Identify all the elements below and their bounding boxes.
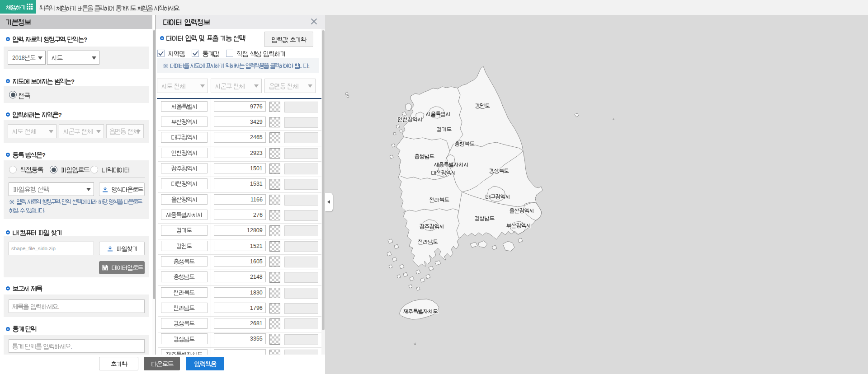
svg-text:1830: 1830 (250, 290, 263, 296)
svg-text:2465: 2465 (250, 134, 263, 140)
svg-text:1501: 1501 (250, 165, 263, 172)
svg-text:2923: 2923 (250, 150, 263, 156)
svg-text:276: 276 (253, 212, 263, 218)
svg-text:2148: 2148 (250, 274, 263, 280)
svg-text:2681: 2681 (250, 320, 263, 327)
svg-text:1796: 1796 (250, 305, 263, 311)
svg-text:1605: 1605 (250, 258, 263, 265)
svg-text:2018: 2018 (12, 55, 25, 61)
svg-text:?: ? (58, 112, 61, 118)
svg-text:?: ? (42, 152, 45, 159)
svg-text:1521: 1521 (250, 243, 263, 249)
svg-text:3429: 3429 (250, 119, 263, 125)
svg-text:shape_file_sido.zip: shape_file_sido.zip (11, 246, 56, 251)
svg-text:.: . (58, 303, 60, 310)
svg-text:?: ? (71, 78, 75, 85)
svg-text:9776: 9776 (250, 103, 263, 110)
svg-text:.: . (71, 343, 72, 350)
svg-text:.: . (179, 5, 180, 12)
svg-text:.: . (43, 207, 45, 214)
svg-text:12809: 12809 (247, 227, 263, 234)
svg-text:?: ? (84, 36, 87, 43)
svg-text:3355: 3355 (250, 336, 263, 342)
svg-text:1166: 1166 (250, 196, 263, 203)
svg-text:.: . (308, 63, 309, 69)
svg-text:1531: 1531 (250, 181, 263, 187)
